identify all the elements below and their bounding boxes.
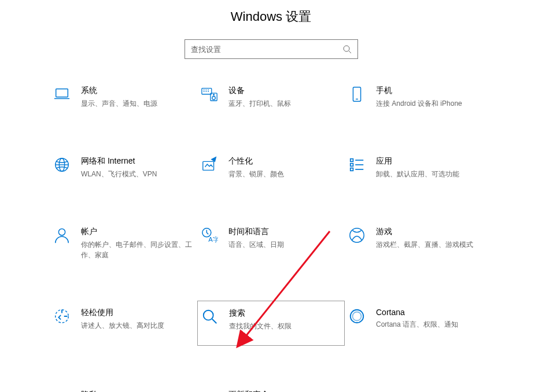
update-sync-icon bbox=[201, 390, 218, 392]
tile-update-security[interactable]: 更新和安全 Windows 更新、恢复、备份 bbox=[197, 386, 345, 392]
tile-title: 个性化 bbox=[228, 156, 341, 167]
tile-desc: 连接 Android 设备和 iPhone bbox=[376, 98, 489, 109]
tile-time-language[interactable]: A字 时间和语言 语音、区域、日期 bbox=[197, 223, 345, 264]
tile-desc: 卸载、默认应用、可选功能 bbox=[376, 169, 489, 179]
search-input[interactable] bbox=[191, 45, 342, 54]
paint-icon bbox=[201, 156, 218, 173]
lock-icon bbox=[53, 390, 71, 392]
xbox-icon bbox=[348, 227, 366, 244]
tile-desc: Cortana 语言、权限、通知 bbox=[376, 319, 489, 330]
tile-title: 轻松使用 bbox=[81, 308, 194, 318]
tile-title: Cortana bbox=[376, 308, 489, 317]
tile-desc: 蓝牙、打印机、鼠标 bbox=[228, 98, 341, 109]
svg-point-0 bbox=[344, 46, 349, 51]
tile-system[interactable]: 系统 显示、声音、通知、电源 bbox=[50, 82, 197, 112]
tile-accounts[interactable]: 帐户 你的帐户、电子邮件、同步设置、工作、家庭 bbox=[50, 223, 197, 264]
tile-personalization[interactable]: 个性化 背景、锁屏、颜色 bbox=[197, 153, 345, 183]
svg-rect-20 bbox=[351, 159, 353, 162]
tile-desc: 背景、锁屏、颜色 bbox=[228, 169, 341, 179]
svg-point-12 bbox=[212, 97, 216, 100]
tile-title: 搜索 bbox=[229, 308, 341, 319]
globe-icon bbox=[53, 156, 71, 173]
svg-line-32 bbox=[212, 319, 217, 324]
search-container bbox=[0, 39, 542, 59]
tile-desc: 查找我的文件、权限 bbox=[229, 321, 341, 331]
tile-apps[interactable]: 应用 卸载、默认应用、可选功能 bbox=[345, 153, 492, 183]
svg-rect-22 bbox=[351, 164, 353, 167]
tile-title: 帐户 bbox=[81, 227, 194, 237]
tile-phone[interactable]: 手机 连接 Android 设备和 iPhone bbox=[345, 82, 492, 112]
tile-title: 手机 bbox=[376, 86, 489, 96]
tile-network[interactable]: 网络和 Internet WLAN、飞行模式、VPN bbox=[50, 153, 197, 183]
svg-text:A字: A字 bbox=[208, 236, 218, 243]
svg-point-34 bbox=[353, 312, 362, 321]
tile-title: 更新和安全 bbox=[228, 390, 341, 392]
ease-of-access-icon bbox=[53, 308, 71, 325]
apps-list-icon bbox=[348, 156, 366, 173]
tile-gaming[interactable]: 游戏 游戏栏、截屏、直播、游戏模式 bbox=[345, 223, 492, 264]
time-language-icon: A字 bbox=[201, 227, 218, 244]
svg-point-31 bbox=[204, 310, 213, 320]
tile-desc: 游戏栏、截屏、直播、游戏模式 bbox=[376, 239, 489, 250]
tile-title: 应用 bbox=[376, 156, 489, 167]
page-title: Windows 设置 bbox=[0, 0, 542, 39]
settings-grid: 系统 显示、声音、通知、电源 设备 蓝牙、打印机、鼠标 手机 bbox=[0, 82, 542, 392]
tile-devices[interactable]: 设备 蓝牙、打印机、鼠标 bbox=[197, 82, 345, 112]
tile-title: 隐私 bbox=[81, 390, 194, 392]
svg-point-29 bbox=[350, 228, 364, 242]
tile-desc: WLAN、飞行模式、VPN bbox=[81, 169, 194, 179]
search-box[interactable] bbox=[185, 39, 358, 59]
phone-icon bbox=[348, 86, 366, 103]
keyboard-speaker-icon bbox=[201, 86, 218, 103]
svg-line-1 bbox=[349, 51, 351, 53]
laptop-icon bbox=[53, 86, 71, 103]
tile-title: 系统 bbox=[81, 86, 194, 96]
tile-ease-of-access[interactable]: 轻松使用 讲述人、放大镜、高对比度 bbox=[50, 304, 197, 346]
svg-point-26 bbox=[58, 229, 65, 235]
tile-desc: 你的帐户、电子邮件、同步设置、工作、家庭 bbox=[81, 239, 194, 260]
tile-search[interactable]: 搜索 查找我的文件、权限 bbox=[197, 301, 345, 346]
person-icon bbox=[53, 227, 71, 244]
svg-rect-2 bbox=[56, 89, 68, 97]
svg-rect-24 bbox=[351, 168, 353, 171]
tile-desc: 讲述人、放大镜、高对比度 bbox=[81, 320, 194, 331]
cortana-icon bbox=[348, 308, 366, 325]
search-icon bbox=[342, 45, 352, 54]
tile-desc: 语音、区域、日期 bbox=[228, 239, 341, 250]
tile-title: 设备 bbox=[228, 86, 341, 96]
svg-point-13 bbox=[213, 94, 215, 95]
tile-cortana[interactable]: Cortana Cortana 语言、权限、通知 bbox=[345, 304, 492, 346]
tile-desc: 显示、声音、通知、电源 bbox=[81, 98, 194, 109]
search-tile-icon bbox=[201, 308, 219, 326]
tile-title: 时间和语言 bbox=[228, 227, 341, 237]
tile-title: 游戏 bbox=[376, 227, 489, 237]
tile-title: 网络和 Internet bbox=[81, 156, 194, 167]
tile-privacy[interactable]: 隐私 位置、相机、麦克风 bbox=[50, 386, 197, 392]
